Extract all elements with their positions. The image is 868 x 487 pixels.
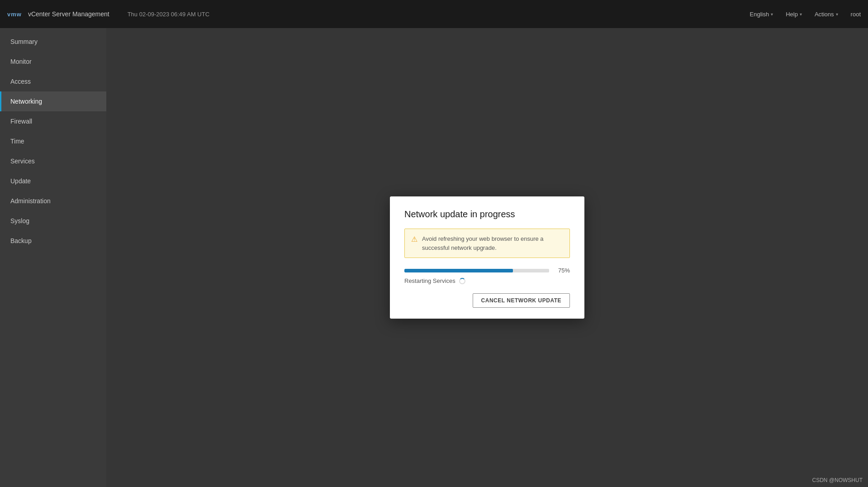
brand: vmw vCenter Server Management: [7, 10, 109, 18]
cancel-network-update-button[interactable]: CANCEL NETWORK UPDATE: [473, 293, 570, 308]
main-content: Network update in progress ⚠ Avoid refre…: [106, 28, 868, 487]
sidebar-item-access[interactable]: Access: [0, 72, 106, 91]
help-label: Help: [786, 11, 798, 18]
sidebar-item-summary[interactable]: Summary: [0, 32, 106, 52]
sidebar-item-services[interactable]: Services: [0, 151, 106, 171]
sidebar: Summary Monitor Access Networking Firewa…: [0, 28, 106, 487]
status-label: Restarting Services: [404, 277, 455, 284]
warning-message: Avoid refreshing your web browser to ens…: [422, 234, 563, 252]
modal-overlay: Network update in progress ⚠ Avoid refre…: [106, 28, 868, 487]
datetime: Thu 02-09-2023 06:49 AM UTC: [128, 11, 209, 18]
help-chevron-icon: ▾: [800, 12, 802, 17]
progress-row: 75%: [404, 267, 570, 274]
network-update-dialog: Network update in progress ⚠ Avoid refre…: [390, 196, 584, 319]
user-menu[interactable]: root: [851, 11, 861, 18]
english-menu[interactable]: English ▾: [750, 11, 773, 18]
layout: Summary Monitor Access Networking Firewa…: [0, 28, 868, 487]
spinner-icon: [459, 278, 465, 284]
app-title: vCenter Server Management: [28, 10, 109, 18]
topbar: vmw vCenter Server Management Thu 02-09-…: [0, 0, 868, 28]
sidebar-item-backup[interactable]: Backup: [0, 231, 106, 251]
actions-label: Actions: [815, 11, 834, 18]
brand-vmw: vmw: [7, 11, 22, 18]
sidebar-item-monitor[interactable]: Monitor: [0, 52, 106, 72]
sidebar-item-firewall[interactable]: Firewall: [0, 111, 106, 131]
sidebar-item-time[interactable]: Time: [0, 131, 106, 151]
warning-icon: ⚠: [411, 235, 417, 244]
progress-container: 75%: [404, 267, 570, 274]
help-menu[interactable]: Help ▾: [786, 11, 802, 18]
sidebar-item-syslog[interactable]: Syslog: [0, 211, 106, 231]
english-label: English: [750, 11, 769, 18]
progress-percentage: 75%: [554, 267, 570, 274]
actions-chevron-icon: ▾: [836, 12, 838, 17]
sidebar-item-update[interactable]: Update: [0, 171, 106, 191]
sidebar-item-networking[interactable]: Networking: [0, 91, 106, 111]
progress-fill: [404, 269, 513, 272]
progress-track: [404, 269, 549, 272]
modal-title: Network update in progress: [404, 209, 570, 220]
sidebar-item-administration[interactable]: Administration: [0, 191, 106, 211]
user-label: root: [851, 11, 861, 18]
watermark: CSDN @NOWSHUT: [812, 477, 863, 483]
status-row: Restarting Services: [404, 277, 570, 284]
topbar-right: English ▾ Help ▾ Actions ▾ root: [750, 11, 861, 18]
actions-menu[interactable]: Actions ▾: [815, 11, 838, 18]
modal-footer: CANCEL NETWORK UPDATE: [404, 293, 570, 308]
warning-box: ⚠ Avoid refreshing your web browser to e…: [404, 229, 570, 258]
english-chevron-icon: ▾: [771, 12, 773, 17]
